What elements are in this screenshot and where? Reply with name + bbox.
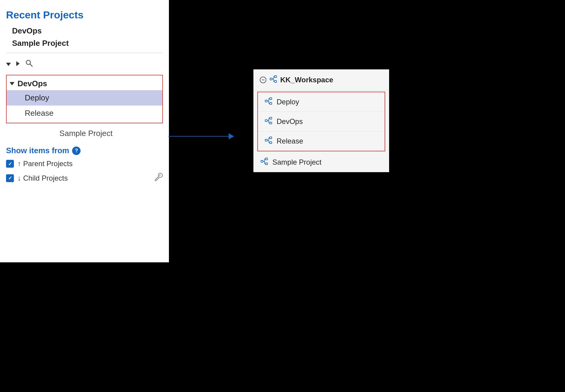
divider [6,53,163,53]
show-items-label: Show items from [6,146,69,155]
right-item-devops[interactable]: DevOps [258,112,385,131]
sample-project-label: Sample Project [59,129,113,138]
right-sample-project-label: Sample Project [272,158,322,166]
deploy-label: Deploy [25,93,49,102]
right-item-deploy[interactable]: Deploy [258,92,385,112]
wrench-icon[interactable] [153,172,163,184]
svg-rect-24 [265,139,267,141]
svg-rect-12 [270,103,272,104]
child-projects-checkbox[interactable]: ✓ [6,174,14,182]
toolbar [6,58,163,70]
collapse-workspace-icon[interactable]: − [260,77,266,83]
svg-rect-5 [275,81,277,82]
help-icon[interactable]: ? [72,147,81,155]
release-tree-icon [265,136,272,146]
right-release-label: Release [277,137,303,145]
release-label: Release [25,109,53,118]
tree-sample-project[interactable]: Sample Project [6,126,163,141]
right-item-sample-project[interactable]: Sample Project [254,153,389,172]
svg-rect-10 [265,100,267,102]
parent-projects-label: ↑ Parent Projects [17,160,73,168]
recent-project-devops[interactable]: DevOps [12,26,163,36]
svg-rect-4 [275,76,277,77]
child-projects-row: ✓ ↓ Child Projects [6,172,163,184]
right-panel: − KK_Workspace [253,69,389,172]
svg-rect-19 [270,122,272,124]
devops-collapse-arrow[interactable] [10,82,14,85]
svg-line-1 [30,64,33,67]
svg-rect-33 [265,163,268,165]
arrow-head [229,133,234,139]
svg-point-2 [159,175,160,176]
recent-project-sample[interactable]: Sample Project [12,39,163,48]
svg-rect-18 [270,117,272,119]
show-items-header: Show items from ? [6,146,163,155]
svg-rect-3 [270,78,272,80]
tree-item-devops[interactable]: DevOps [7,77,162,90]
left-panel: Recent Projects DevOps Sample Project De… [0,0,169,262]
svg-rect-17 [265,120,267,122]
svg-rect-26 [270,142,272,144]
svg-rect-25 [270,137,272,139]
devops-label: DevOps [17,79,47,88]
devops-tree-icon [265,117,272,126]
sample-project-tree-icon [260,157,268,167]
child-projects-label: ↓ Child Projects [17,174,68,182]
parent-projects-checkbox[interactable]: ✓ [6,160,14,168]
recent-projects-title: Recent Projects [6,9,163,21]
workspace-tree-icon [269,75,277,85]
workspace-header: − KK_Workspace [254,70,389,90]
arrow-line [168,136,229,137]
tree-child-release[interactable]: Release [7,106,162,121]
search-button[interactable] [25,59,33,69]
workspace-label: KK_Workspace [280,76,333,84]
tree-box: DevOps Deploy Release [6,75,163,123]
expand-button[interactable] [16,60,20,68]
svg-rect-32 [265,158,268,160]
arrow-connector [168,133,234,139]
deploy-tree-icon [265,97,272,107]
right-devops-label: DevOps [277,117,303,126]
svg-rect-11 [270,98,272,100]
tree-child-deploy[interactable]: Deploy [7,90,162,106]
right-panel-red-box: Deploy DevOps [257,92,385,151]
right-deploy-label: Deploy [277,98,299,106]
parent-projects-row: ✓ ↑ Parent Projects [6,160,163,168]
svg-rect-31 [261,160,263,162]
show-items-section: Show items from ? ✓ ↑ Parent Projects ✓ … [6,146,163,184]
right-item-release[interactable]: Release [258,131,385,151]
collapse-button[interactable] [6,60,11,68]
